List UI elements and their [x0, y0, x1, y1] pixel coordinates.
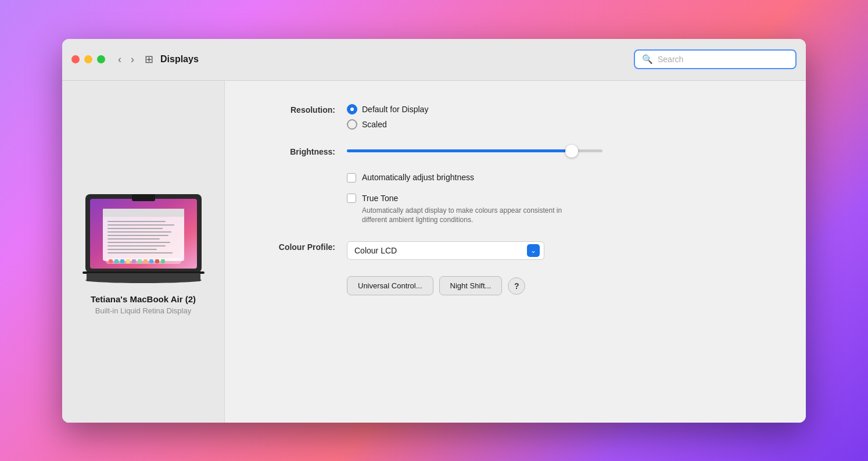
true-tone-label: True Tone: [362, 194, 398, 203]
universal-control-button[interactable]: Universal Control...: [347, 276, 433, 295]
resolution-scaled-label: Scaled: [362, 120, 387, 129]
true-tone-description: Automatically adapt display to make colo…: [362, 206, 583, 226]
device-preview: Tetiana's MacBook Air (2) Built-in Liqui…: [74, 188, 213, 315]
laptop-image: [74, 188, 213, 287]
true-tone-row: True Tone Automatically adapt display to…: [347, 193, 777, 226]
auto-brightness-label: Automatically adjust brightness: [362, 173, 474, 182]
resolution-scaled-radio[interactable]: [347, 119, 357, 130]
colour-profile-select[interactable]: Colour LCD: [347, 241, 544, 260]
svg-rect-26: [161, 259, 165, 263]
svg-rect-8: [107, 228, 163, 229]
colour-profile-row: Colour Profile: Colour LCD ⌄: [254, 241, 777, 260]
colour-profile-label: Colour Profile:: [254, 241, 335, 252]
resolution-default-radio[interactable]: [347, 104, 357, 115]
svg-rect-17: [109, 259, 113, 263]
back-button[interactable]: ‹: [114, 51, 125, 68]
auto-brightness-checkbox-row: Automatically adjust brightness: [347, 173, 474, 183]
svg-rect-22: [138, 259, 142, 263]
svg-rect-29: [87, 273, 200, 281]
grid-icon[interactable]: ⊞: [145, 53, 153, 66]
svg-rect-5: [103, 209, 184, 217]
true-tone-checkbox[interactable]: [347, 194, 356, 203]
search-box[interactable]: 🔍: [634, 49, 797, 69]
resolution-scaled-option[interactable]: Scaled: [347, 119, 428, 130]
help-button[interactable]: ?: [508, 277, 525, 295]
svg-rect-15: [107, 252, 173, 253]
main-panel: Resolution: Default for Display Scaled B…: [225, 81, 806, 423]
svg-rect-6: [107, 221, 166, 222]
device-subtitle: Built-in Liquid Retina Display: [95, 306, 191, 315]
main-window: ‹ › ⊞ Displays 🔍: [62, 39, 806, 423]
svg-rect-18: [114, 259, 119, 263]
true-tone-content: True Tone Automatically adapt display to…: [347, 193, 583, 226]
titlebar: ‹ › ⊞ Displays 🔍: [62, 39, 806, 81]
window-title: Displays: [160, 54, 634, 65]
svg-rect-9: [107, 231, 171, 233]
brightness-row: Brightness:: [254, 146, 777, 156]
minimize-button[interactable]: [84, 55, 92, 63]
svg-rect-21: [132, 259, 136, 263]
svg-rect-19: [120, 259, 124, 263]
forward-button[interactable]: ›: [127, 51, 138, 68]
svg-rect-3: [132, 194, 155, 201]
svg-rect-10: [107, 235, 168, 236]
auto-brightness-row: Automatically adjust brightness: [347, 173, 777, 183]
search-input[interactable]: [658, 55, 788, 64]
resolution-label: Resolution:: [254, 104, 335, 115]
sidebar: Tetiana's MacBook Air (2) Built-in Liqui…: [62, 81, 225, 423]
true-tone-text-block: True Tone Automatically adapt display to…: [362, 193, 583, 226]
colour-profile-select-wrapper: Colour LCD ⌄: [347, 241, 544, 260]
svg-rect-13: [107, 245, 166, 246]
resolution-options: Default for Display Scaled: [347, 104, 428, 130]
brightness-slider-thumb[interactable]: [565, 145, 578, 158]
resolution-default-option[interactable]: Default for Display: [347, 104, 428, 115]
svg-rect-25: [155, 259, 159, 263]
night-shift-button[interactable]: Night Shift...: [439, 276, 503, 295]
device-name: Tetiana's MacBook Air (2): [91, 294, 196, 304]
traffic-lights: [71, 55, 105, 63]
resolution-row: Resolution: Default for Display Scaled: [254, 104, 777, 130]
brightness-slider-track: [347, 149, 602, 152]
nav-buttons: ‹ ›: [114, 51, 138, 68]
brightness-slider-container: [347, 149, 602, 152]
svg-rect-20: [126, 259, 130, 263]
svg-rect-14: [107, 249, 157, 250]
svg-rect-23: [144, 259, 148, 263]
svg-rect-12: [107, 242, 170, 243]
svg-rect-7: [107, 224, 174, 226]
maximize-button[interactable]: [97, 55, 105, 63]
resolution-default-label: Default for Display: [362, 105, 428, 114]
close-button[interactable]: [71, 55, 80, 63]
svg-rect-11: [107, 238, 160, 240]
auto-brightness-checkbox[interactable]: [347, 173, 356, 183]
brightness-label: Brightness:: [254, 146, 335, 156]
search-icon: 🔍: [642, 54, 653, 65]
content-area: Tetiana's MacBook Air (2) Built-in Liqui…: [62, 81, 806, 423]
true-tone-checkbox-row: True Tone Automatically adapt display to…: [347, 193, 583, 226]
bottom-buttons: Universal Control... Night Shift... ?: [347, 276, 777, 295]
svg-rect-24: [149, 259, 153, 263]
